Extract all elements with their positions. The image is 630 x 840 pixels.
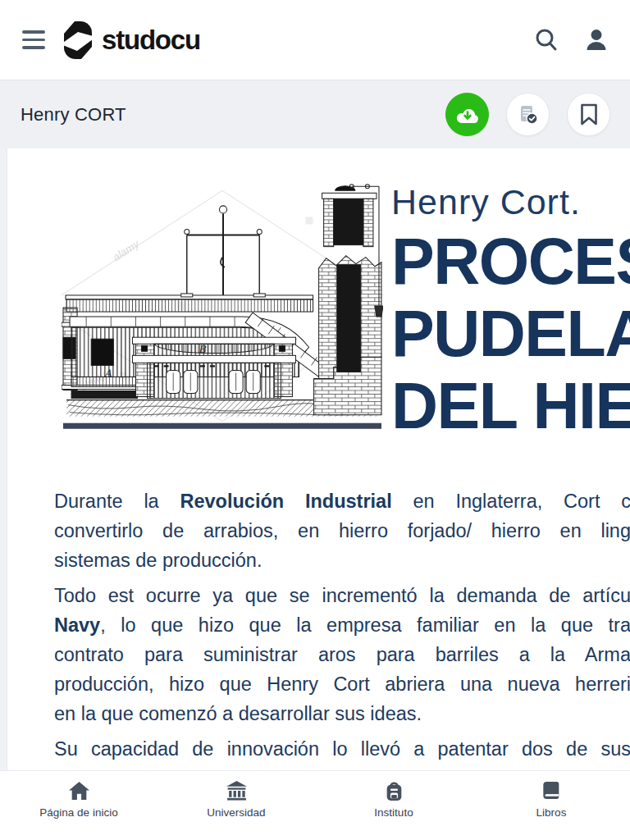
books-icon [541,780,563,801]
studocu-logo-text: studocu [102,25,200,56]
document-toolbar: Henry CORT [0,80,630,148]
home-icon [68,780,90,801]
svg-text:A: A [103,368,112,379]
nav-item-books[interactable]: Libros [472,771,630,840]
svg-text:B: B [199,344,207,355]
svg-text:alamy: alamy [111,237,143,263]
document-heading: Henry Cort. PROCESOPUDELACIÓNDEL HIERRO [391,181,630,442]
studocu-logo[interactable]: studocu [60,19,200,62]
text-line: convertirlo de arrabios, en hierro forja… [54,516,630,546]
nav-item-institute[interactable]: Instituto [315,771,472,840]
document-page[interactable]: alamy alamy alamy [7,148,630,771]
paragraph: Durante la Revolución Industrial en Ingl… [54,486,630,575]
institute-icon [383,780,405,801]
text-line: Todo est ocurre ya que se incrementó la … [54,581,630,610]
text-line: Durante la Revolución Industrial en Ingl… [54,486,630,516]
text-line: producción, hizo que Henry Cort abriera … [54,669,630,699]
download-button[interactable] [445,93,489,136]
puddling-furnace-engraving: alamy alamy alamy [62,182,383,430]
nav-label: Página de inicio [39,806,117,819]
main-title-line: PROCESO [391,226,630,298]
paragraph: Todo est ocurre ya que se incrementó la … [54,581,630,728]
document-subtitle: Henry Cort. [391,181,630,222]
university-icon [226,780,248,801]
nav-label: Libros [536,806,567,819]
text-line: en la que comenzó a desarrollar sus idea… [54,699,630,728]
main-title-line: PUDELACIÓN [391,298,630,370]
text-line: sistemas de producción. [54,546,630,575]
text-line: Su capacidad de innovación lo llevó a pa… [54,734,630,764]
nav-item-home[interactable]: Página de inicio [0,771,158,840]
nav-label: Instituto [374,806,413,819]
user-account-icon[interactable] [582,26,610,54]
document-body-text: Durante la Revolución Industrial en Ingl… [54,486,630,771]
document-actions [445,93,610,136]
text-line: Navy, lo que hizo que la empresa familia… [54,610,630,640]
text-line: contrato para suministrar aros para barr… [54,640,630,669]
paragraph: Su capacidad de innovación lo llevó a pa… [54,734,630,771]
bookmark-button[interactable] [567,93,610,136]
quiz-document-button[interactable] [506,93,550,136]
studocu-s-logo-icon [60,19,96,62]
main-title-line: DEL HIERRO [391,370,630,442]
document-check-icon [517,103,540,126]
app-header: studocu [0,0,630,80]
search-icon[interactable] [532,26,560,54]
nav-label: Universidad [207,806,265,819]
bookmark-icon [580,103,598,126]
bottom-navigation: Página de inicioUniversidadInstitutoLibr… [0,770,630,840]
document-main-title: PROCESOPUDELACIÓNDEL HIERRO [391,226,630,442]
header-actions [532,26,610,54]
hamburger-menu-icon[interactable] [22,30,45,49]
image-underline [63,423,381,429]
cloud-download-icon [455,104,480,126]
nav-item-university[interactable]: Universidad [158,771,315,840]
document-title: Henry CORT [21,104,126,126]
